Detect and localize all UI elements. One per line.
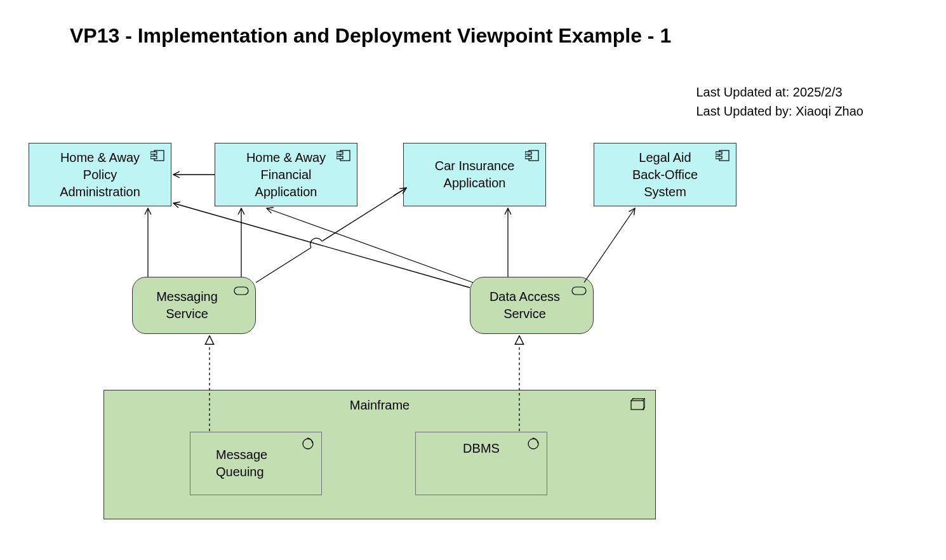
- node-financial-app[interactable]: Home & Away Financial Application: [215, 143, 357, 206]
- last-updated-at: Last Updated at: 2025/2/3: [696, 83, 863, 102]
- node-label-line: Messaging: [138, 288, 236, 305]
- node-messaging-service[interactable]: Messaging Service: [132, 277, 256, 334]
- node-policy-admin[interactable]: Home & Away Policy Administration: [29, 143, 171, 206]
- node-label-line: Policy: [34, 166, 166, 183]
- node-label-line: Financial: [220, 166, 352, 183]
- last-updated-by-label: Last Updated by:: [696, 104, 796, 118]
- application-component-icon: [716, 149, 729, 166]
- node-label-line: Application: [220, 183, 352, 201]
- service-icon: [571, 283, 587, 300]
- node-label: DBMS: [463, 440, 500, 457]
- svg-line-29: [584, 208, 635, 283]
- svg-rect-1: [150, 152, 157, 154]
- svg-line-26: [173, 203, 470, 288]
- application-component-icon: [525, 149, 539, 166]
- svg-rect-5: [336, 156, 343, 159]
- node-label-line: Home & Away: [220, 149, 352, 166]
- node-legal-aid[interactable]: Legal Aid Back-Office System: [594, 143, 736, 206]
- node-label: Mainframe: [350, 397, 410, 414]
- node-car-insurance[interactable]: Car Insurance Application: [403, 143, 546, 206]
- svg-rect-2: [150, 156, 157, 159]
- node-dbms[interactable]: DBMS: [415, 432, 547, 495]
- last-updated-at-label: Last Updated at:: [696, 85, 792, 99]
- svg-rect-11: [716, 156, 722, 159]
- svg-line-27: [267, 208, 473, 283]
- node-icon: [629, 398, 645, 415]
- svg-rect-7: [525, 152, 531, 154]
- system-software-icon: [526, 437, 540, 455]
- node-label-line: Service: [476, 305, 574, 323]
- last-updated-at-value: 2025/2/3: [793, 85, 843, 99]
- node-label-line: Back-Office: [599, 166, 731, 183]
- node-label-line: Legal Aid: [599, 149, 731, 166]
- node-label-line: Application: [409, 175, 540, 192]
- application-component-icon: [336, 149, 350, 166]
- svg-rect-4: [336, 152, 343, 154]
- node-data-access-service[interactable]: Data Access Service: [470, 277, 594, 334]
- page-title: VP13 - Implementation and Deployment Vie…: [70, 24, 671, 48]
- node-label-line: Data Access: [476, 288, 574, 305]
- svg-rect-12: [234, 287, 248, 295]
- node-label-line: Home & Away: [34, 149, 166, 166]
- svg-rect-10: [716, 152, 722, 154]
- node-label-line: System: [599, 183, 731, 201]
- service-icon: [234, 283, 249, 300]
- application-component-icon: [150, 149, 164, 166]
- last-updated-by: Last Updated by: Xiaoqi Zhao: [696, 102, 863, 121]
- svg-rect-14: [631, 401, 644, 410]
- node-label-line: Queuing: [216, 463, 316, 481]
- metadata-block: Last Updated at: 2025/2/3 Last Updated b…: [696, 83, 863, 121]
- node-label-line: Service: [138, 305, 236, 323]
- node-message-queuing[interactable]: Message Queuing: [190, 432, 322, 495]
- diagram-canvas: VP13 - Implementation and Deployment Vie…: [0, 0, 946, 560]
- last-updated-by-value: Xiaoqi Zhao: [796, 104, 863, 118]
- node-label-line: Administration: [34, 183, 166, 201]
- system-software-icon: [301, 437, 315, 455]
- node-mainframe[interactable]: Mainframe Message Queuing DBMS: [103, 390, 656, 519]
- node-label-line: Car Insurance: [409, 157, 540, 175]
- svg-rect-13: [572, 287, 586, 295]
- svg-rect-8: [525, 156, 531, 159]
